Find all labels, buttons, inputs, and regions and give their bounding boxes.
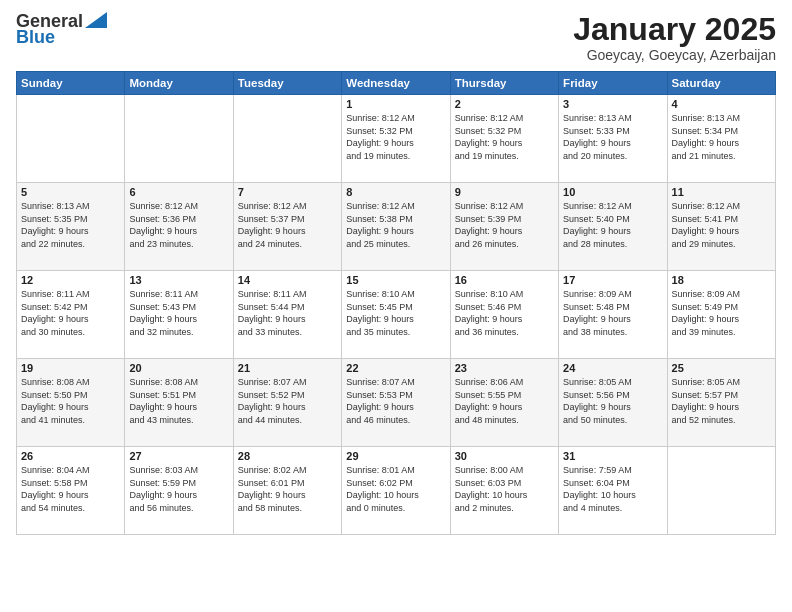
calendar-cell: 25Sunrise: 8:05 AM Sunset: 5:57 PM Dayli… bbox=[667, 359, 775, 447]
day-number: 27 bbox=[129, 450, 228, 462]
day-info: Sunrise: 8:12 AM Sunset: 5:32 PM Dayligh… bbox=[346, 112, 445, 162]
svg-marker-0 bbox=[85, 12, 107, 28]
day-info: Sunrise: 8:08 AM Sunset: 5:50 PM Dayligh… bbox=[21, 376, 120, 426]
day-info: Sunrise: 8:06 AM Sunset: 5:55 PM Dayligh… bbox=[455, 376, 554, 426]
calendar-cell: 17Sunrise: 8:09 AM Sunset: 5:48 PM Dayli… bbox=[559, 271, 667, 359]
calendar-cell: 23Sunrise: 8:06 AM Sunset: 5:55 PM Dayli… bbox=[450, 359, 558, 447]
day-info: Sunrise: 8:03 AM Sunset: 5:59 PM Dayligh… bbox=[129, 464, 228, 514]
day-number: 29 bbox=[346, 450, 445, 462]
day-info: Sunrise: 8:05 AM Sunset: 5:57 PM Dayligh… bbox=[672, 376, 771, 426]
calendar-cell: 6Sunrise: 8:12 AM Sunset: 5:36 PM Daylig… bbox=[125, 183, 233, 271]
calendar-week-row-2: 5Sunrise: 8:13 AM Sunset: 5:35 PM Daylig… bbox=[17, 183, 776, 271]
header-thursday: Thursday bbox=[450, 72, 558, 95]
logo-icon bbox=[85, 12, 107, 28]
day-info: Sunrise: 8:10 AM Sunset: 5:45 PM Dayligh… bbox=[346, 288, 445, 338]
day-number: 12 bbox=[21, 274, 120, 286]
day-number: 11 bbox=[672, 186, 771, 198]
day-number: 22 bbox=[346, 362, 445, 374]
calendar-cell: 30Sunrise: 8:00 AM Sunset: 6:03 PM Dayli… bbox=[450, 447, 558, 535]
calendar-cell: 18Sunrise: 8:09 AM Sunset: 5:49 PM Dayli… bbox=[667, 271, 775, 359]
day-info: Sunrise: 8:01 AM Sunset: 6:02 PM Dayligh… bbox=[346, 464, 445, 514]
calendar-cell: 15Sunrise: 8:10 AM Sunset: 5:45 PM Dayli… bbox=[342, 271, 450, 359]
day-number: 17 bbox=[563, 274, 662, 286]
calendar-cell: 2Sunrise: 8:12 AM Sunset: 5:32 PM Daylig… bbox=[450, 95, 558, 183]
header-tuesday: Tuesday bbox=[233, 72, 341, 95]
calendar-cell: 26Sunrise: 8:04 AM Sunset: 5:58 PM Dayli… bbox=[17, 447, 125, 535]
calendar-cell: 3Sunrise: 8:13 AM Sunset: 5:33 PM Daylig… bbox=[559, 95, 667, 183]
header-monday: Monday bbox=[125, 72, 233, 95]
day-number: 23 bbox=[455, 362, 554, 374]
day-number: 20 bbox=[129, 362, 228, 374]
day-info: Sunrise: 8:09 AM Sunset: 5:48 PM Dayligh… bbox=[563, 288, 662, 338]
logo: General Blue bbox=[16, 12, 107, 46]
calendar: Sunday Monday Tuesday Wednesday Thursday… bbox=[16, 71, 776, 535]
day-number: 9 bbox=[455, 186, 554, 198]
location: Goeycay, Goeycay, Azerbaijan bbox=[573, 47, 776, 63]
calendar-cell: 8Sunrise: 8:12 AM Sunset: 5:38 PM Daylig… bbox=[342, 183, 450, 271]
day-info: Sunrise: 8:00 AM Sunset: 6:03 PM Dayligh… bbox=[455, 464, 554, 514]
day-info: Sunrise: 8:12 AM Sunset: 5:37 PM Dayligh… bbox=[238, 200, 337, 250]
calendar-cell: 11Sunrise: 8:12 AM Sunset: 5:41 PM Dayli… bbox=[667, 183, 775, 271]
day-info: Sunrise: 8:05 AM Sunset: 5:56 PM Dayligh… bbox=[563, 376, 662, 426]
day-info: Sunrise: 8:04 AM Sunset: 5:58 PM Dayligh… bbox=[21, 464, 120, 514]
calendar-cell: 16Sunrise: 8:10 AM Sunset: 5:46 PM Dayli… bbox=[450, 271, 558, 359]
calendar-week-row-5: 26Sunrise: 8:04 AM Sunset: 5:58 PM Dayli… bbox=[17, 447, 776, 535]
day-number: 10 bbox=[563, 186, 662, 198]
day-number: 15 bbox=[346, 274, 445, 286]
day-number: 30 bbox=[455, 450, 554, 462]
calendar-cell: 7Sunrise: 8:12 AM Sunset: 5:37 PM Daylig… bbox=[233, 183, 341, 271]
day-number: 28 bbox=[238, 450, 337, 462]
day-info: Sunrise: 8:13 AM Sunset: 5:35 PM Dayligh… bbox=[21, 200, 120, 250]
day-info: Sunrise: 8:07 AM Sunset: 5:52 PM Dayligh… bbox=[238, 376, 337, 426]
calendar-cell: 14Sunrise: 8:11 AM Sunset: 5:44 PM Dayli… bbox=[233, 271, 341, 359]
calendar-week-row-4: 19Sunrise: 8:08 AM Sunset: 5:50 PM Dayli… bbox=[17, 359, 776, 447]
month-title: January 2025 bbox=[573, 12, 776, 47]
calendar-cell: 4Sunrise: 8:13 AM Sunset: 5:34 PM Daylig… bbox=[667, 95, 775, 183]
day-number: 19 bbox=[21, 362, 120, 374]
day-number: 18 bbox=[672, 274, 771, 286]
day-info: Sunrise: 8:10 AM Sunset: 5:46 PM Dayligh… bbox=[455, 288, 554, 338]
calendar-cell: 1Sunrise: 8:12 AM Sunset: 5:32 PM Daylig… bbox=[342, 95, 450, 183]
day-info: Sunrise: 8:12 AM Sunset: 5:38 PM Dayligh… bbox=[346, 200, 445, 250]
day-number: 14 bbox=[238, 274, 337, 286]
day-number: 24 bbox=[563, 362, 662, 374]
calendar-cell: 27Sunrise: 8:03 AM Sunset: 5:59 PM Dayli… bbox=[125, 447, 233, 535]
day-info: Sunrise: 8:13 AM Sunset: 5:33 PM Dayligh… bbox=[563, 112, 662, 162]
day-number: 6 bbox=[129, 186, 228, 198]
header-friday: Friday bbox=[559, 72, 667, 95]
calendar-cell: 24Sunrise: 8:05 AM Sunset: 5:56 PM Dayli… bbox=[559, 359, 667, 447]
calendar-cell: 31Sunrise: 7:59 AM Sunset: 6:04 PM Dayli… bbox=[559, 447, 667, 535]
calendar-cell: 5Sunrise: 8:13 AM Sunset: 5:35 PM Daylig… bbox=[17, 183, 125, 271]
calendar-cell: 19Sunrise: 8:08 AM Sunset: 5:50 PM Dayli… bbox=[17, 359, 125, 447]
day-info: Sunrise: 8:11 AM Sunset: 5:43 PM Dayligh… bbox=[129, 288, 228, 338]
header-saturday: Saturday bbox=[667, 72, 775, 95]
day-info: Sunrise: 8:02 AM Sunset: 6:01 PM Dayligh… bbox=[238, 464, 337, 514]
calendar-cell bbox=[233, 95, 341, 183]
day-number: 16 bbox=[455, 274, 554, 286]
calendar-cell: 28Sunrise: 8:02 AM Sunset: 6:01 PM Dayli… bbox=[233, 447, 341, 535]
calendar-cell: 10Sunrise: 8:12 AM Sunset: 5:40 PM Dayli… bbox=[559, 183, 667, 271]
day-number: 25 bbox=[672, 362, 771, 374]
day-info: Sunrise: 8:13 AM Sunset: 5:34 PM Dayligh… bbox=[672, 112, 771, 162]
page: General Blue January 2025 Goeycay, Goeyc… bbox=[0, 0, 792, 612]
day-info: Sunrise: 8:11 AM Sunset: 5:42 PM Dayligh… bbox=[21, 288, 120, 338]
day-info: Sunrise: 8:12 AM Sunset: 5:36 PM Dayligh… bbox=[129, 200, 228, 250]
day-number: 3 bbox=[563, 98, 662, 110]
calendar-week-row-1: 1Sunrise: 8:12 AM Sunset: 5:32 PM Daylig… bbox=[17, 95, 776, 183]
calendar-cell bbox=[17, 95, 125, 183]
day-info: Sunrise: 8:11 AM Sunset: 5:44 PM Dayligh… bbox=[238, 288, 337, 338]
day-info: Sunrise: 8:12 AM Sunset: 5:40 PM Dayligh… bbox=[563, 200, 662, 250]
day-number: 1 bbox=[346, 98, 445, 110]
header: General Blue January 2025 Goeycay, Goeyc… bbox=[16, 12, 776, 63]
day-info: Sunrise: 8:12 AM Sunset: 5:32 PM Dayligh… bbox=[455, 112, 554, 162]
day-number: 4 bbox=[672, 98, 771, 110]
day-info: Sunrise: 8:09 AM Sunset: 5:49 PM Dayligh… bbox=[672, 288, 771, 338]
day-number: 21 bbox=[238, 362, 337, 374]
calendar-cell: 12Sunrise: 8:11 AM Sunset: 5:42 PM Dayli… bbox=[17, 271, 125, 359]
day-info: Sunrise: 8:12 AM Sunset: 5:41 PM Dayligh… bbox=[672, 200, 771, 250]
calendar-cell: 20Sunrise: 8:08 AM Sunset: 5:51 PM Dayli… bbox=[125, 359, 233, 447]
calendar-cell bbox=[667, 447, 775, 535]
day-number: 7 bbox=[238, 186, 337, 198]
calendar-cell bbox=[125, 95, 233, 183]
day-info: Sunrise: 8:12 AM Sunset: 5:39 PM Dayligh… bbox=[455, 200, 554, 250]
